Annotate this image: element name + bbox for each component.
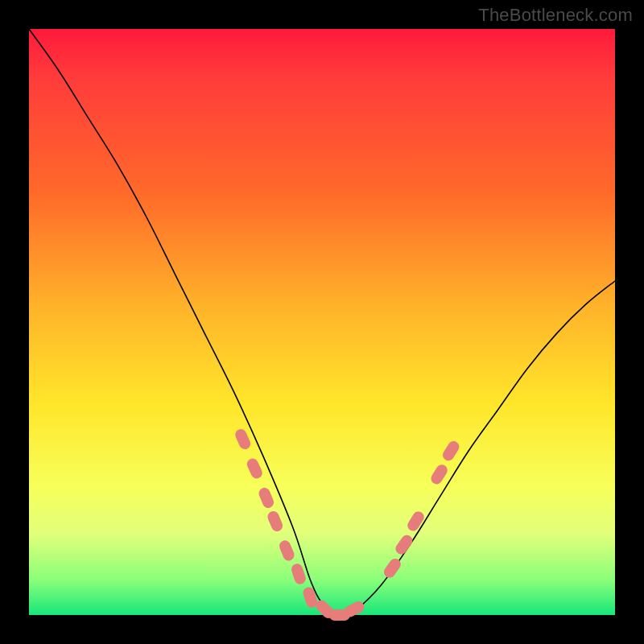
watermark-text: TheBottleneck.com <box>478 5 633 26</box>
canvas-frame: TheBottleneck.com <box>0 0 644 644</box>
marker-group <box>233 427 461 621</box>
curve-svg <box>29 29 615 615</box>
curve-marker <box>246 456 264 480</box>
curve-marker <box>394 533 415 556</box>
plot-area <box>29 29 615 615</box>
curve-marker <box>290 562 307 585</box>
curve-marker <box>266 510 284 533</box>
curve-marker <box>429 463 450 486</box>
curve-marker <box>278 539 296 562</box>
curve-marker <box>257 486 275 510</box>
curve-marker <box>406 510 427 533</box>
curve-marker <box>440 439 461 462</box>
curve-marker <box>233 427 252 451</box>
bottleneck-curve <box>29 29 615 617</box>
